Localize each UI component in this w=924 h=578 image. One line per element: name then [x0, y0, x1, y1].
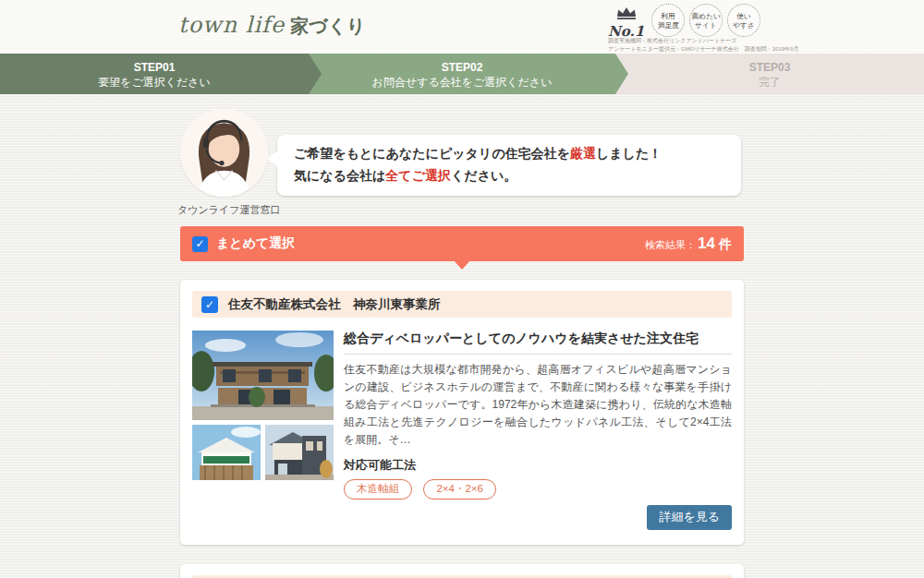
- woman-headset-icon: [180, 109, 268, 197]
- site-header: town life 家づくり No.1 利用 満足度 薦めたい サイト: [0, 0, 924, 54]
- company-photo-thumbs: [192, 425, 334, 480]
- method-tag: 木造軸組: [344, 479, 412, 500]
- company-card-header[interactable]: ✓ 住友不動産株式会社 神奈川東事業所: [192, 291, 732, 318]
- operator-label: タウンライフ運営窓口: [177, 203, 270, 217]
- bubble-line-1: ご希望をもとにあなたにピッタリの住宅会社を厳選しました！: [294, 143, 724, 165]
- highlight-text: 厳選: [570, 146, 596, 161]
- search-result-count: 検索結果： 14 件: [645, 235, 732, 253]
- company-info: 総合ディベロッパーとしてのノウハウを結実させた注文住宅 住友不動産は大規模な都市…: [344, 331, 732, 530]
- no1-award: No.1: [608, 6, 644, 39]
- step-progress: STEP01 要望をご選択ください STEP02 お問合せする会社をご選択くださ…: [0, 54, 924, 94]
- operator: タウンライフ運営窓口: [177, 109, 270, 217]
- company-card: ✓ 住友不動産株式会社 神奈川東事業所: [180, 280, 744, 545]
- company-photo-thumb: [265, 425, 334, 480]
- select-all-bar: ✓ まとめて選択 検索結果： 14 件: [180, 226, 744, 261]
- awards-area: No.1 利用 満足度 薦めたい サイト 使い やすさ: [608, 4, 760, 39]
- highlight-text: 全てご選択: [385, 168, 451, 183]
- logo-english-text: town life: [178, 12, 285, 38]
- speech-bubble: ご希望をもとにあなたにピッタリの住宅会社を厳選しました！ 気になる会社は全てご選…: [277, 135, 741, 196]
- crown-icon: [614, 6, 638, 24]
- select-all-checkbox[interactable]: ✓: [192, 236, 208, 252]
- company-card: ✓ 株式会社ユニバーサルホーム 横浜平沼店: [180, 564, 744, 578]
- company-checkbox[interactable]: ✓: [201, 296, 218, 313]
- company-card-body: 総合ディベロッパーとしてのノウハウを結実させた注文住宅 住友不動産は大規模な都市…: [192, 331, 732, 530]
- methods-label: 対応可能工法: [344, 457, 732, 474]
- site-logo[interactable]: town life 家づくり: [178, 12, 366, 39]
- company-description: 住友不動産は大規模な都市開発から、超高層オフィスビルや超高層マンションの建設、ビ…: [344, 361, 732, 449]
- awards-note: 調査実施機関：株式会社リンクアンドパートナーズ アンケートモニター提供元：GMO…: [608, 37, 830, 53]
- award-badge-recommend: 薦めたい サイト: [689, 4, 723, 37]
- company-name[interactable]: 住友不動産株式会社 神奈川東事業所: [228, 296, 441, 313]
- award-badge-satisfaction: 利用 満足度: [651, 4, 685, 37]
- step-03: STEP03 完了: [615, 60, 924, 90]
- award-badges: 利用 満足度 薦めたい サイト 使い やすさ: [651, 4, 760, 37]
- bubble-line-2: 気になる会社は全てご選択ください。: [294, 165, 724, 187]
- page: town life 家づくり No.1 利用 満足度 薦めたい サイト: [0, 0, 924, 578]
- detail-button-row: 詳細を見る: [344, 505, 732, 530]
- step-01: STEP01 要望をご選択ください: [0, 60, 309, 90]
- select-all-label[interactable]: まとめて選択: [216, 235, 295, 252]
- company-photos: [192, 331, 334, 530]
- step-02: STEP02 お問合せする会社をご選択ください: [309, 60, 615, 90]
- company-photo-thumb: [192, 425, 261, 480]
- awards-note-line2: アンケートモニター提供元：GMOリサーチ株式会社 調査期間：2019年9月: [608, 45, 830, 54]
- intro-section: タウンライフ運営窓口 ご希望をもとにあなたにピッタリの住宅会社を厳選しました！ …: [180, 94, 744, 226]
- logo-japanese-text: 家づくり: [290, 14, 365, 39]
- operator-avatar: [180, 109, 268, 197]
- method-tag: 2×4・2×6: [423, 479, 496, 500]
- main-content: タウンライフ運営窓口 ご希望をもとにあなたにピッタリの住宅会社を厳選しました！ …: [180, 94, 744, 578]
- company-catch-copy: 総合ディベロッパーとしてのノウハウを結実させた注文住宅: [344, 331, 732, 355]
- award-badge-usability: 使い やすさ: [727, 4, 760, 37]
- method-tags: 木造軸組 2×4・2×6: [344, 479, 732, 500]
- detail-button[interactable]: 詳細を見る: [647, 505, 732, 530]
- company-photo-main: [192, 331, 334, 420]
- awards-note-line1: 調査実施機関：株式会社リンクアンドパートナーズ: [608, 37, 830, 45]
